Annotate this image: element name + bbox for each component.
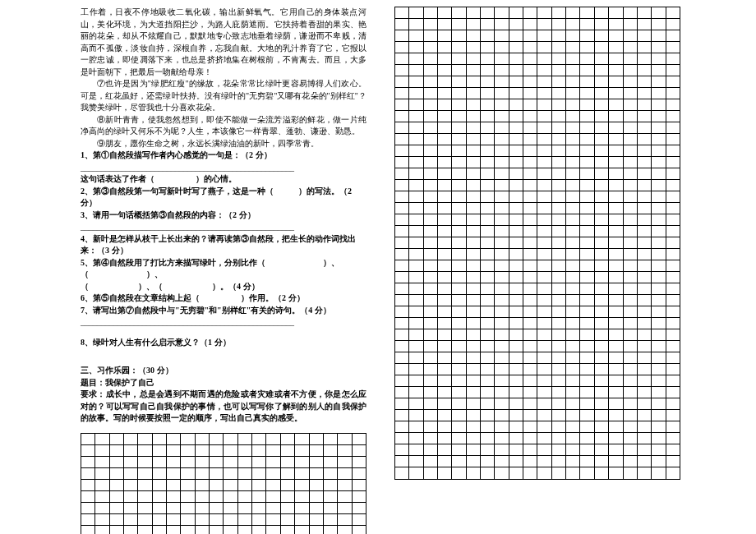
- grid-cell: [566, 88, 580, 99]
- grid-cell: [424, 65, 438, 76]
- grid-cell: [595, 398, 609, 409]
- grid-cell: [295, 503, 309, 513]
- grid-cell: [624, 19, 638, 30]
- grid-cell: [666, 168, 680, 179]
- grid-cell: [452, 306, 466, 317]
- grid-cell: [409, 364, 423, 375]
- grid-row: [395, 341, 680, 352]
- grid-cell: [481, 329, 495, 340]
- grid-cell: [409, 467, 423, 479]
- question-7: 7、请写出第⑦自然段中与"无穷碧"和"别样红"有关的诗句。（4 分）: [81, 305, 366, 317]
- grid-cell: [224, 445, 237, 456]
- grid-cell: [495, 364, 509, 375]
- grid-cell: [409, 180, 423, 191]
- grid-cell: [252, 434, 266, 444]
- grid-cell: [467, 421, 481, 432]
- grid-cell: [580, 341, 594, 352]
- grid-cell: [580, 306, 594, 317]
- grid-cell: [481, 65, 495, 76]
- grid-cell: [652, 421, 666, 432]
- grid-row: [395, 249, 680, 260]
- grid-cell: [652, 375, 666, 386]
- grid-cell: [624, 398, 638, 409]
- grid-cell: [652, 364, 666, 375]
- grid-cell: [509, 364, 523, 375]
- grid-cell: [523, 168, 537, 179]
- grid-cell: [324, 445, 338, 456]
- grid-cell: [509, 260, 523, 271]
- grid-cell: [438, 168, 452, 179]
- grid-cell: [537, 375, 551, 386]
- grid-cell: [181, 480, 195, 490]
- grid-cell: [580, 65, 594, 76]
- grid-row: [395, 111, 680, 122]
- grid-cell: [124, 514, 138, 525]
- grid-cell: [153, 526, 167, 535]
- grid-cell: [566, 111, 580, 122]
- grid-cell: [652, 53, 666, 64]
- grid-cell: [452, 260, 466, 271]
- grid-cell: [638, 19, 652, 30]
- grid-cell: [138, 434, 152, 444]
- grid-cell: [481, 249, 495, 260]
- grid-cell: [523, 134, 537, 145]
- grid-cell: [537, 387, 551, 398]
- grid-cell: [509, 283, 523, 294]
- grid-cell: [523, 65, 537, 76]
- grid-cell: [438, 421, 452, 432]
- grid-cell: [509, 226, 523, 237]
- grid-cell: [467, 456, 481, 467]
- grid-cell: [438, 444, 452, 455]
- grid-cell: [638, 421, 652, 432]
- grid-cell: [580, 456, 594, 467]
- grid-cell: [652, 134, 666, 145]
- grid-cell: [438, 99, 452, 110]
- grid-cell: [595, 134, 609, 145]
- grid-cell: [196, 457, 210, 467]
- grid-cell: [552, 283, 566, 294]
- grid-cell: [509, 157, 523, 168]
- grid-cell: [424, 456, 438, 467]
- grid-cell: [624, 421, 638, 432]
- grid-cell: [609, 433, 623, 444]
- grid-cell: [624, 260, 638, 271]
- reading-para-3: ⑧新叶青青，使我忽然想到，即使不能做一朵流芳溢彩的鲜花，做一片纯净高尚的绿叶又何…: [81, 114, 366, 138]
- grid-cell: [580, 295, 594, 306]
- grid-cell: [452, 375, 466, 386]
- grid-cell: [638, 364, 652, 375]
- grid-cell: [552, 364, 566, 375]
- grid-cell: [666, 375, 680, 386]
- grid-cell: [409, 237, 423, 248]
- grid-cell: [495, 65, 509, 76]
- grid-cell: [495, 329, 509, 340]
- grid-cell: [452, 134, 466, 145]
- grid-cell: [395, 145, 409, 156]
- grid-cell: [509, 19, 523, 30]
- grid-cell: [452, 226, 466, 237]
- grid-cell: [395, 444, 409, 455]
- grid-cell: [509, 456, 523, 467]
- grid-cell: [266, 468, 280, 479]
- grid-cell: [552, 410, 566, 421]
- grid-cell: [467, 444, 481, 455]
- grid-cell: [424, 249, 438, 260]
- grid-cell: [609, 42, 623, 53]
- grid-cell: [424, 111, 438, 122]
- question-5a: 5、第④自然段用了打比方来描写绿叶，分别比作（ ）、（ ）、: [81, 257, 366, 281]
- grid-cell: [467, 214, 481, 225]
- grid-cell: [580, 237, 594, 248]
- grid-cell: [580, 364, 594, 375]
- grid-cell: [523, 352, 537, 363]
- grid-cell: [666, 295, 680, 306]
- grid-cell: [467, 111, 481, 122]
- grid-cell: [552, 134, 566, 145]
- grid-cell: [523, 433, 537, 444]
- grid-cell: [609, 444, 623, 455]
- grid-cell: [580, 249, 594, 260]
- grid-cell: [638, 122, 652, 133]
- grid-cell: [452, 456, 466, 467]
- grid-cell: [537, 398, 551, 409]
- grid-cell: [424, 341, 438, 352]
- grid-cell: [638, 467, 652, 479]
- grid-cell: [481, 306, 495, 317]
